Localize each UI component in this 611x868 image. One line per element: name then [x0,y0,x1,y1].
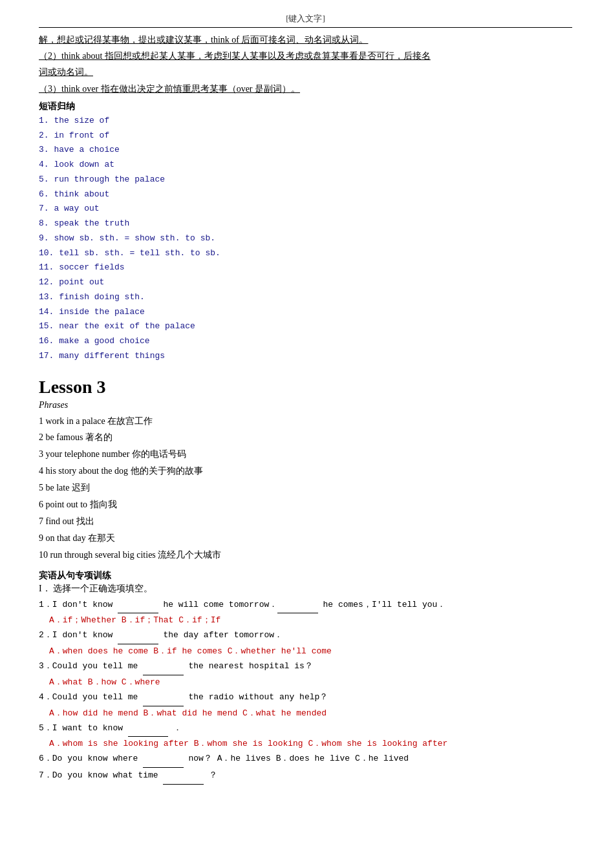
question-3: 3．Could you tell me the nearest hospital… [39,659,572,675]
blank-1a [118,597,158,614]
blank-4 [143,690,183,706]
lphrase-6: 6 point out to 指向我 [39,496,572,513]
instruction-label: I． [39,584,51,593]
blank-7 [163,768,203,785]
exercise-section: 宾语从句专项训练 I． 选择一个正确选项填空。 1．I don't know h… [39,570,572,785]
intro-line-2: （2）think about 指回想或想起某人某事，考虑到某人某事以及考虑或盘算… [39,48,572,64]
phrase-15: 15. near the exit of the palace [39,319,572,334]
lphrase-5: 5 be late 迟到 [39,480,572,496]
phrase-2: 2. in front of [39,129,572,143]
lphrase-7: 7 find out 找出 [39,513,572,530]
lesson-title: Lesson 3 [39,377,572,397]
phrase-7: 7. a way out [39,202,572,217]
intro-line-1: 解，想起或记得某事物，提出或建议某事，think of 后面可接名词、动名词或从… [39,32,572,48]
intro-line-2b: 词或动名词。 [39,64,572,80]
phrase-6: 6. think about [39,187,572,202]
phrase-4: 4. look down at [39,158,572,173]
blank-2 [118,628,158,644]
phrase-9: 9. show sb. sth. = show sth. to sb. [39,231,572,246]
question-7: 7．Do you know what time ？ [39,768,572,785]
exercise-instruction: I． 选择一个正确选项填空。 [39,583,572,595]
options-3: A．what B．how C．where [49,675,572,690]
lphrase-9: 9 on that day 在那天 [39,530,572,547]
lphrase-3: 3 your telephone number 你的电话号码 [39,446,572,463]
phrase-5: 5. run through the palace [39,173,572,187]
options-1: A．if；Whether B．if；That C．if；If [49,613,572,628]
header-bar: [键入文字] [39,13,572,28]
header-label: [键入文字] [286,14,325,23]
blank-5 [128,721,168,737]
question-1: 1．I don't know he will come tomorrow． he… [39,597,572,614]
question-2: 2．I don't know the day after tomorrow． [39,628,572,644]
phrases-list: 1. the size of 2. in front of 3. have a … [39,114,572,364]
lphrase-10: 10 run through several big cities 流经几个大城… [39,547,572,564]
lesson-section: Lesson 3 Phrases 1 work in a palace 在故宫工… [39,377,572,564]
phrase-8: 8. speak the truth [39,217,572,231]
phrase-1: 1. the size of [39,114,572,129]
instruction-text: 选择一个正确选项填空。 [53,584,153,593]
question-6: 6．Do you know where now？ A．he lives B．do… [39,751,572,768]
intro-line-3: （3）think over 指在做出决定之前慎重思考某事（over 是副词）。 [39,81,572,97]
lphrase-2: 2 be famous 著名的 [39,429,572,446]
blank-3 [143,659,183,675]
phrases-title: 短语归纳 [39,101,572,112]
lphrase-1: 1 work in a palace 在故宫工作 [39,413,572,430]
phrase-12: 12. point out [39,275,572,290]
intro-section: 解，想起或记得某事物，提出或建议某事，think of 后面可接名词、动名词或从… [39,32,572,97]
phrase-17: 17. many different things [39,349,572,364]
phrase-13: 13. finish doing sth. [39,290,572,305]
blank-6 [143,751,183,768]
phrase-3: 3. have a choice [39,143,572,158]
exercise-section-title: 宾语从句专项训练 [39,570,572,582]
phrase-14: 14. inside the palace [39,305,572,320]
lphrase-4: 4 his story about the dog 他的关于狗的故事 [39,463,572,480]
phrase-16: 16. make a good choice [39,334,572,349]
options-4: A．how did he mend B．what did he mend C．w… [49,706,572,721]
blank-1b [277,597,317,614]
question-5: 5．I want to know ． [39,721,572,737]
options-2: A．when does he come B．if he comes C．whet… [49,644,572,659]
question-4: 4．Could you tell me the radio without an… [39,690,572,706]
phrases-subtitle: Phrases [39,400,572,410]
phrase-10: 10. tell sb. sth. = tell sth. to sb. [39,246,572,261]
options-5: A．whom is she looking after B．whom she i… [49,737,572,751]
phrase-11: 11. soccer fields [39,260,572,275]
